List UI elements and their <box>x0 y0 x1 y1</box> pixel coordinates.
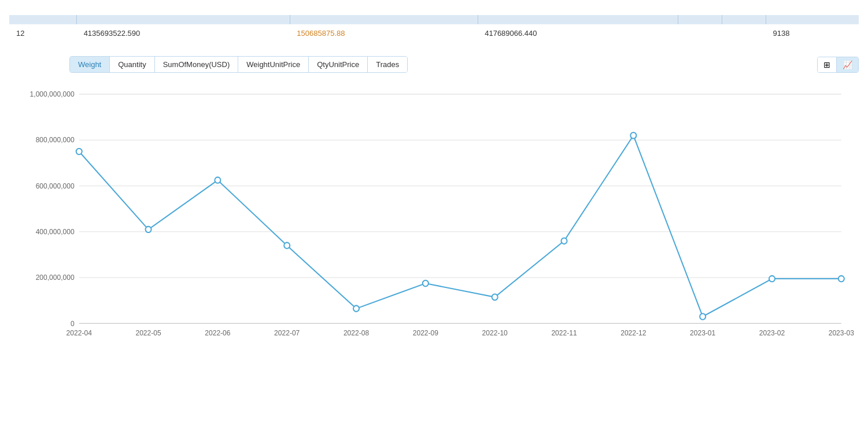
tab-qtyunitprice[interactable]: QtyUnitPrice <box>309 57 368 72</box>
tab-quantity[interactable]: Quantity <box>110 57 154 72</box>
tab-weightunitprice[interactable]: WeightUnitPrice <box>238 57 309 72</box>
col-header-qtyunitprice <box>722 15 766 24</box>
svg-text:200,000,000: 200,000,000 <box>36 274 75 282</box>
cell-quantity: 150685875.88 <box>290 24 478 42</box>
svg-point-29 <box>353 305 359 311</box>
table-view-icon: ⊞ <box>823 60 830 69</box>
svg-text:2023-03: 2023-03 <box>829 329 854 337</box>
details-header: Weight Quantity SumOfMoney(USD) WeightUn… <box>9 56 859 73</box>
svg-point-34 <box>700 313 706 319</box>
svg-point-32 <box>561 238 567 243</box>
svg-point-31 <box>492 294 498 300</box>
svg-text:600,000,000: 600,000,000 <box>36 182 75 190</box>
overview-section: 12 4135693522.590 150685875.88 417689066… <box>9 15 859 42</box>
svg-point-27 <box>215 177 220 183</box>
col-header-weightunitprice <box>678 15 722 24</box>
cell-sumofmoney: 417689066.440 <box>478 24 678 42</box>
svg-text:400,000,000: 400,000,000 <box>36 228 75 236</box>
overview-header-row <box>9 15 859 24</box>
svg-point-36 <box>839 276 844 282</box>
svg-text:2022-10: 2022-10 <box>482 329 508 337</box>
col-header-trades <box>766 15 859 24</box>
svg-text:2022-08: 2022-08 <box>343 329 369 337</box>
svg-text:2022-06: 2022-06 <box>205 329 230 337</box>
svg-point-30 <box>423 280 429 286</box>
svg-point-33 <box>630 132 636 138</box>
svg-text:2022-11: 2022-11 <box>551 329 577 337</box>
cell-qtyunitprice <box>722 24 766 42</box>
svg-text:2022-12: 2022-12 <box>620 329 646 337</box>
overview-table: 12 4135693522.590 150685875.88 417689066… <box>9 15 859 42</box>
svg-text:2022-07: 2022-07 <box>274 329 300 337</box>
chart-container: 0200,000,000400,000,000600,000,000800,00… <box>9 82 859 360</box>
svg-point-26 <box>146 227 152 232</box>
view-toggle-group: ⊞ 📈 <box>817 57 859 73</box>
svg-text:2022-05: 2022-05 <box>135 329 161 337</box>
line-chart: 0200,000,000400,000,000600,000,000800,00… <box>9 82 859 360</box>
svg-point-28 <box>284 242 290 248</box>
chart-view-button[interactable]: 📈 <box>837 57 858 72</box>
tab-trades[interactable]: Trades <box>368 57 407 72</box>
svg-point-25 <box>76 149 82 154</box>
cell-weightunitprice <box>678 24 722 42</box>
cell-weight: 4135693522.590 <box>77 24 290 42</box>
col-header-quantity <box>290 15 478 24</box>
svg-text:1,000,000,000: 1,000,000,000 <box>30 90 75 98</box>
details-tab-group: Weight Quantity SumOfMoney(USD) WeightUn… <box>69 56 408 73</box>
tab-weight[interactable]: Weight <box>70 57 110 72</box>
svg-text:2023-02: 2023-02 <box>759 329 785 337</box>
cell-date: 12 <box>9 24 77 42</box>
col-header-weight <box>77 15 290 24</box>
svg-text:2022-04: 2022-04 <box>67 329 92 337</box>
svg-text:2022-09: 2022-09 <box>413 329 438 337</box>
col-header-date <box>9 15 77 24</box>
tab-sumofmoney[interactable]: SumOfMoney(USD) <box>155 57 239 72</box>
svg-text:800,000,000: 800,000,000 <box>36 136 75 144</box>
details-section: Weight Quantity SumOfMoney(USD) WeightUn… <box>9 56 859 360</box>
chart-view-icon: 📈 <box>843 60 852 69</box>
svg-point-35 <box>769 276 775 282</box>
table-row: 12 4135693522.590 150685875.88 417689066… <box>9 24 859 42</box>
cell-trades: 9138 <box>766 24 859 42</box>
table-view-button[interactable]: ⊞ <box>818 57 837 72</box>
svg-text:0: 0 <box>71 319 75 327</box>
col-header-sumofmoney <box>478 15 678 24</box>
svg-text:2023-01: 2023-01 <box>690 329 715 337</box>
